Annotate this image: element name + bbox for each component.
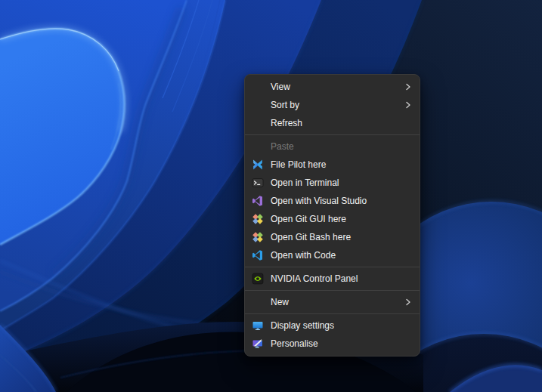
menu-item-label: Open Git Bash here xyxy=(271,232,413,242)
menu-item-label: File Pilot here xyxy=(271,159,413,170)
menu-item-label: Sort by xyxy=(271,100,404,110)
git-gui-icon xyxy=(252,213,264,225)
menu-item-label: Personalise xyxy=(271,338,413,349)
menu-separator xyxy=(245,313,420,314)
personalise-icon xyxy=(252,338,264,350)
menu-item-view[interactable]: View xyxy=(245,78,420,96)
menu-item-label: Open with Visual Studio xyxy=(271,196,413,206)
menu-item-label: Open with Code xyxy=(271,250,413,261)
menu-item-open-with-visual-studio[interactable]: Open with Visual Studio xyxy=(245,192,420,210)
menu-item-label: Open in Terminal xyxy=(271,177,413,188)
menu-item-open-with-code[interactable]: Open with Code xyxy=(245,246,420,264)
menu-item-label: Open Git GUI here xyxy=(271,214,413,224)
chevron-right-icon xyxy=(404,298,413,307)
menu-item-nvidia-control-panel[interactable]: NVIDIA Control Panel xyxy=(245,270,420,288)
menu-item-paste: Paste xyxy=(245,137,420,156)
menu-separator xyxy=(245,134,420,135)
visual-studio-icon xyxy=(252,195,264,207)
icon-placeholder xyxy=(252,99,264,111)
nvidia-icon xyxy=(252,273,264,285)
menu-item-label: View xyxy=(271,82,404,92)
menu-item-refresh[interactable]: Refresh xyxy=(245,114,420,132)
menu-item-personalise[interactable]: Personalise xyxy=(245,335,420,353)
terminal-icon xyxy=(252,177,264,189)
vscode-icon xyxy=(252,249,264,261)
menu-item-label: Paste xyxy=(271,141,413,152)
menu-item-file-pilot-here[interactable]: File Pilot here xyxy=(245,156,420,174)
menu-item-display-settings[interactable]: Display settings xyxy=(245,316,420,335)
chevron-right-icon xyxy=(404,82,413,91)
icon-placeholder xyxy=(252,81,264,93)
menu-item-open-git-gui-here[interactable]: Open Git GUI here xyxy=(245,210,420,228)
menu-item-sort-by[interactable]: Sort by xyxy=(245,96,420,114)
menu-item-label: Refresh xyxy=(271,118,413,128)
file-pilot-icon xyxy=(252,159,264,171)
menu-item-open-in-terminal[interactable]: Open in Terminal xyxy=(245,174,420,192)
git-bash-icon xyxy=(252,231,264,243)
icon-placeholder xyxy=(252,140,264,153)
menu-separator xyxy=(245,267,420,267)
chevron-right-icon xyxy=(404,100,413,110)
icon-placeholder xyxy=(252,296,264,308)
context-menu: ViewSort byRefreshPasteFile Pilot hereOp… xyxy=(244,74,420,357)
menu-item-label: Display settings xyxy=(271,320,413,331)
display-icon xyxy=(252,319,264,332)
menu-item-open-git-bash-here[interactable]: Open Git Bash here xyxy=(245,228,420,246)
menu-item-label: NVIDIA Control Panel xyxy=(271,273,413,284)
menu-separator xyxy=(245,290,420,291)
menu-item-label: New xyxy=(271,297,404,307)
icon-placeholder xyxy=(252,117,264,129)
menu-item-new[interactable]: New xyxy=(245,293,420,311)
